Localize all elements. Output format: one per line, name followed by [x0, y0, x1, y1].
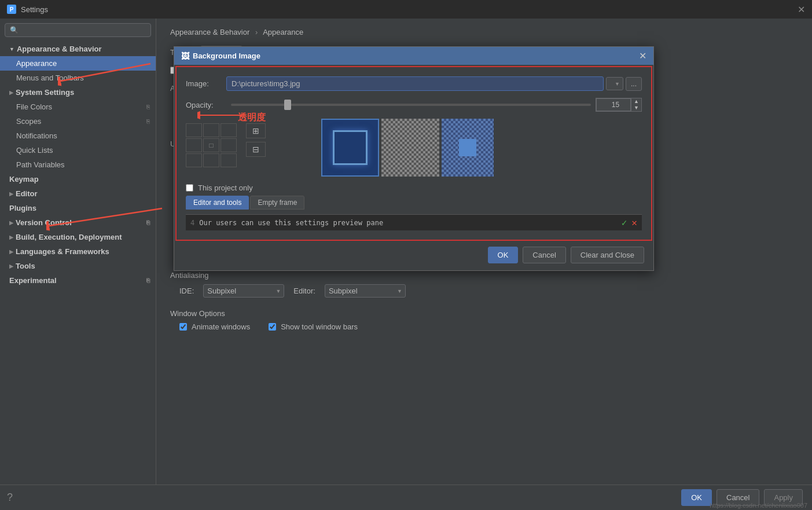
sidebar-item-experimental[interactable]: Experimental ⎘ [0, 273, 156, 288]
ide-dropdown[interactable]: Subpixel [203, 284, 284, 298]
align-top-left[interactable] [186, 123, 202, 137]
preview-images [321, 119, 494, 177]
show-tool-window-label: Show tool window bars [281, 322, 358, 331]
this-project-only-label: This project only [198, 184, 253, 192]
dialog-ok-button[interactable]: OK [488, 247, 519, 263]
sidebar-item-build-execution[interactable]: ▶ Build, Execution, Deployment [0, 230, 156, 244]
align-bot-right[interactable] [221, 153, 237, 167]
window-close-button[interactable]: ✕ [798, 4, 805, 15]
center-stretch-button[interactable]: ⊞ [246, 123, 266, 138]
x-icon: ✕ [631, 217, 637, 228]
dialog-body: Image: ... Opacity: ▲ ▼ 透明度 [175, 66, 652, 241]
sidebar-label: Build, Execution, Deployment [16, 233, 122, 241]
browse-button[interactable]: ... [626, 77, 642, 91]
opacity-up-button[interactable]: ▲ [631, 98, 641, 105]
animate-windows-checkbox[interactable] [179, 323, 187, 331]
sidebar-label: Tools [16, 262, 35, 270]
copy-icon: ⎘ [146, 219, 150, 226]
expand-icon: ▶ [9, 90, 13, 96]
sidebar: ▼ Appearance & Behavior Appearance Menus… [0, 19, 156, 485]
sidebar-item-file-colors[interactable]: File Colors ⎘ [0, 100, 156, 114]
align-bot-center[interactable] [203, 153, 219, 167]
opacity-spinner: ▲ ▼ [631, 98, 641, 111]
dialog-title-bar: 🖼 Background Image ✕ [174, 47, 653, 65]
align-top-right[interactable] [221, 123, 237, 137]
window-title: Settings [21, 5, 48, 14]
spacer [275, 119, 312, 177]
copy-icon: ⎘ [146, 118, 150, 124]
sidebar-label: Scopes [16, 117, 41, 126]
opacity-value-input[interactable] [596, 98, 631, 111]
preview-pattern-1 [381, 119, 439, 177]
preview-area: □ ⊞ ⊟ [186, 119, 642, 177]
search-input[interactable] [5, 23, 151, 37]
sidebar-item-quick-lists[interactable]: Quick Lists [0, 143, 156, 157]
window-options-label: Window Options [170, 309, 798, 318]
opacity-row: Opacity: ▲ ▼ 透明度 [186, 98, 642, 112]
expand-icon: ▶ [9, 191, 13, 197]
sidebar-item-languages-frameworks[interactable]: ▶ Languages & Frameworks [0, 244, 156, 259]
alignment-grid: □ [186, 123, 237, 167]
show-tool-window-checkbox[interactable] [269, 323, 276, 331]
dialog-close-button[interactable]: ✕ [639, 50, 646, 61]
opacity-down-button[interactable]: ▼ [631, 105, 641, 111]
sidebar-label: Menus and Toolbars [16, 74, 84, 82]
tab-empty-frame[interactable]: Empty frame [250, 196, 304, 210]
sidebar-item-version-control[interactable]: ▶ Version Control ⎘ [0, 215, 156, 230]
sidebar-item-plugins[interactable]: Plugins [0, 201, 156, 215]
this-project-only-checkbox[interactable] [186, 184, 193, 192]
sidebar-label: Keymap [9, 175, 39, 184]
dialog-cancel-button[interactable]: Cancel [523, 247, 565, 263]
dialog-title-text: Background Image [193, 52, 260, 60]
sidebar-item-appearance[interactable]: Appearance [0, 56, 156, 71]
sidebar-label: Version Control [16, 218, 72, 227]
ide-label: IDE: [179, 287, 194, 295]
check-icon: ✓ [622, 217, 627, 228]
align-center[interactable]: □ [203, 138, 219, 152]
align-bot-left[interactable] [186, 153, 202, 167]
breadcrumb-part2: Appearance [263, 28, 303, 36]
align-mid-left[interactable] [186, 138, 202, 152]
antialiasing-row: IDE: Subpixel Editor: Subpixel [170, 284, 798, 298]
sidebar-item-appearance-behavior[interactable]: ▼ Appearance & Behavior [0, 42, 156, 56]
preview-blue-block [459, 139, 476, 156]
sidebar-item-notifications[interactable]: Notifications [0, 129, 156, 143]
opacity-slider[interactable] [231, 104, 591, 106]
align-mid-right[interactable] [221, 138, 237, 152]
align-top-center[interactable] [203, 123, 219, 137]
sidebar-label: Languages & Frameworks [16, 247, 109, 256]
sidebar-item-path-variables[interactable]: Path Variables [0, 157, 156, 172]
sidebar-item-keymap[interactable]: Keymap [0, 172, 156, 186]
expand-icon: ▶ [9, 249, 13, 255]
editor-dropdown-wrap: Subpixel [325, 284, 406, 298]
sidebar-item-menus-toolbars[interactable]: Menus and Toolbars [0, 71, 156, 85]
show-tool-window-row: Show tool window bars [269, 322, 358, 331]
image-label: Image: [186, 79, 226, 88]
sidebar-label: File Colors [16, 102, 52, 111]
preview-square [333, 130, 368, 165]
this-project-only-row: This project only [186, 184, 642, 192]
editor-dropdown[interactable]: Subpixel [325, 284, 406, 298]
editor-aa-label: Editor: [293, 287, 315, 295]
expand-icon: ▶ [9, 220, 13, 226]
watermark: https://blog.csdn.net/chenlixiao007 [710, 502, 807, 509]
sidebar-item-scopes[interactable]: Scopes ⎘ [0, 114, 156, 129]
sidebar-label: Path Variables [16, 160, 65, 169]
image-row: Image: ... [186, 76, 642, 91]
dialog-clear-close-button[interactable]: Clear and Close [571, 247, 644, 263]
antialiasing-label: Antialiasing [170, 271, 798, 280]
dialog-buttons: OK Cancel Clear and Close [174, 242, 653, 270]
tile-button[interactable]: ⊟ [246, 142, 266, 157]
app-icon: P [7, 5, 16, 14]
image-dropdown[interactable] [606, 77, 623, 90]
copy-icon: ⎘ [146, 104, 150, 110]
window-options-row: Animate windows Show tool window bars [170, 322, 798, 335]
tab-editor-tools[interactable]: Editor and tools [186, 196, 249, 210]
sidebar-item-system-settings[interactable]: ▶ System Settings [0, 85, 156, 100]
sidebar-item-tools[interactable]: ▶ Tools [0, 259, 156, 273]
image-input[interactable] [226, 76, 604, 91]
ok-button[interactable]: OK [681, 489, 712, 506]
help-icon[interactable]: ? [7, 491, 13, 504]
dialog-tabs: Editor and tools Empty frame [186, 196, 642, 210]
sidebar-item-editor[interactable]: ▶ Editor [0, 186, 156, 201]
